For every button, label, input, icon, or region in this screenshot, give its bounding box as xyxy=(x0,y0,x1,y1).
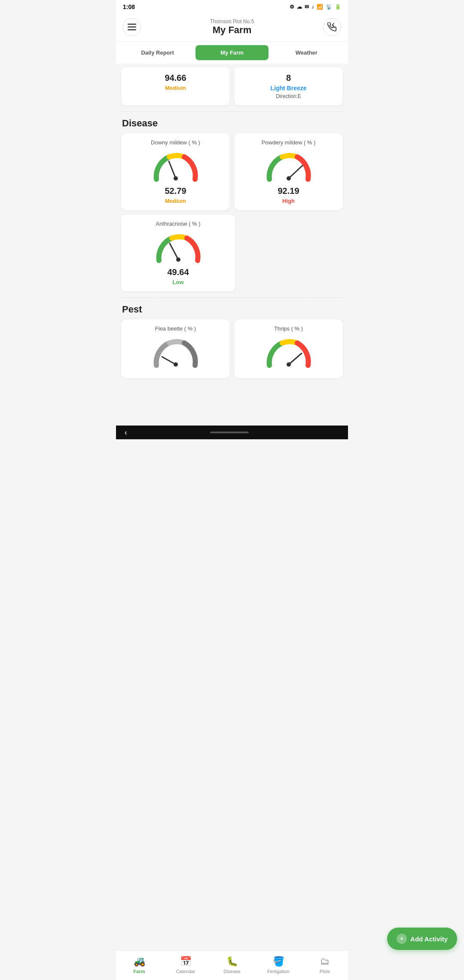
pest-cards-row: Flea beetle ( % ) Thrips ( % ) xyxy=(121,319,343,378)
wind-status: Light Breeze xyxy=(239,85,338,92)
disease-section-title: Disease xyxy=(121,111,343,129)
wind-value: 8 xyxy=(239,73,338,83)
flea-beetle-label: Flea beetle ( % ) xyxy=(126,325,225,332)
svg-line-4 xyxy=(169,161,176,178)
svg-rect-2 xyxy=(128,29,136,31)
svg-rect-0 xyxy=(128,24,136,25)
downy-mildew-value: 52.79 xyxy=(126,186,225,196)
signal-icon: 📡 xyxy=(326,4,332,10)
back-button[interactable]: ‹ xyxy=(125,428,127,437)
humidity-value: 94.66 xyxy=(126,73,225,83)
powdery-mildew-value: 92.19 xyxy=(239,186,338,196)
status-icons: ⚙ ☁ ✉ ♪ 📶 📡 🔋 xyxy=(290,4,341,10)
svg-rect-1 xyxy=(128,27,136,28)
disease-cards-row-2: Anthracnose ( % ) 49.64 Low xyxy=(121,214,343,291)
status-time: 1:08 xyxy=(123,3,135,10)
flea-beetle-card: Flea beetle ( % ) xyxy=(121,319,230,378)
thrips-label: Thrips ( % ) xyxy=(239,325,338,332)
svg-line-12 xyxy=(289,353,302,364)
svg-line-8 xyxy=(170,243,178,260)
tab-bar: Daily Report My Farm Weather xyxy=(116,42,348,64)
tab-weather[interactable]: Weather xyxy=(270,45,343,60)
audio-icon: ♪ xyxy=(311,4,314,10)
downy-mildew-label: Downy mildew ( % ) xyxy=(126,139,225,146)
downy-mildew-status: Medium xyxy=(126,198,225,204)
anthracnose-card: Anthracnose ( % ) 49.64 Low xyxy=(121,214,235,291)
svg-point-13 xyxy=(287,362,291,367)
wind-direction: Direction:E xyxy=(239,93,338,99)
disease-cards-row-1: Downy mildew ( % ) 52.79 Medium Powd xyxy=(121,133,343,210)
app-header: Thomson Plot No.5 My Farm xyxy=(116,14,348,42)
svg-point-11 xyxy=(174,362,178,367)
wind-card: 8 Light Breeze Direction:E xyxy=(234,67,343,105)
thrips-gauge xyxy=(239,335,338,370)
powdery-mildew-gauge xyxy=(239,149,338,184)
anthracnose-gauge xyxy=(126,230,230,265)
powdery-mildew-label: Powdery mildew ( % ) xyxy=(239,139,338,146)
anthracnose-value: 49.64 xyxy=(126,267,230,277)
anthracnose-label: Anthracnose ( % ) xyxy=(126,220,230,227)
powdery-mildew-card: Powdery mildew ( % ) 92.19 High xyxy=(234,133,343,210)
humidity-status: Medium xyxy=(126,85,225,91)
downy-mildew-gauge xyxy=(126,149,225,184)
menu-button[interactable] xyxy=(123,18,141,36)
mail-icon: ✉ xyxy=(305,4,309,10)
tab-my-farm[interactable]: My Farm xyxy=(195,45,268,60)
home-indicator xyxy=(210,432,249,433)
anthracnose-status: Low xyxy=(126,279,230,285)
pest-section-title: Pest xyxy=(121,297,343,315)
wifi-icon: 📶 xyxy=(317,4,323,10)
powdery-mildew-status: High xyxy=(239,198,338,204)
cloud-icon: ☁ xyxy=(297,4,302,10)
home-bar: ‹ xyxy=(116,426,348,439)
svg-line-3 xyxy=(332,23,334,25)
downy-mildew-card: Downy mildew ( % ) 52.79 Medium xyxy=(121,133,230,210)
svg-point-5 xyxy=(174,176,178,181)
svg-line-6 xyxy=(289,165,302,178)
thrips-card: Thrips ( % ) xyxy=(234,319,343,378)
flea-beetle-gauge xyxy=(126,335,225,370)
settings-icon: ⚙ xyxy=(290,4,294,10)
header-subtitle: Thomson Plot No.5 xyxy=(210,18,254,24)
svg-point-9 xyxy=(176,257,180,262)
humidity-card: 94.66 Medium xyxy=(121,67,230,105)
empty-placeholder xyxy=(239,214,343,291)
top-cards-row: 94.66 Medium 8 Light Breeze Direction:E xyxy=(121,67,343,105)
svg-point-7 xyxy=(287,176,291,181)
header-title: My Farm xyxy=(210,24,254,36)
battery-icon: 🔋 xyxy=(335,4,341,10)
svg-line-10 xyxy=(162,357,176,364)
tab-daily-report[interactable]: Daily Report xyxy=(121,45,194,60)
header-title-block: Thomson Plot No.5 My Farm xyxy=(210,18,254,36)
status-bar: 1:08 ⚙ ☁ ✉ ♪ 📶 📡 🔋 xyxy=(116,0,348,14)
main-content: 94.66 Medium 8 Light Breeze Direction:E … xyxy=(116,64,348,426)
call-button[interactable] xyxy=(323,18,341,36)
